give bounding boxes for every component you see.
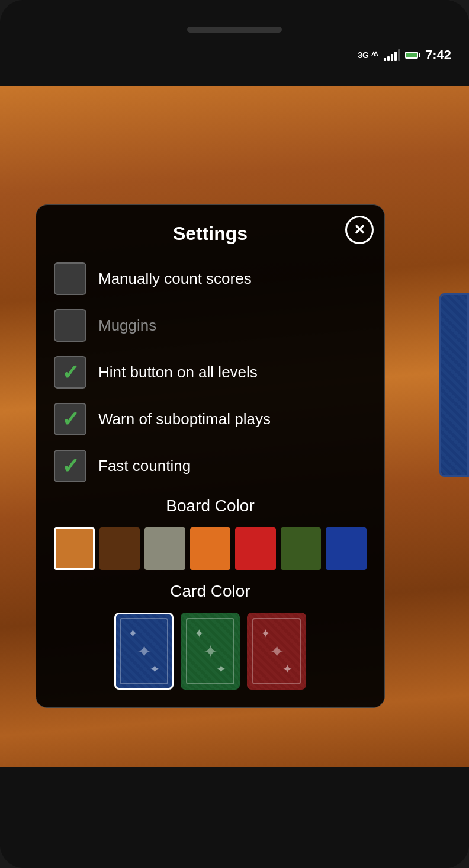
bottom-bar [0, 767, 469, 868]
muggins-label: Muggins [98, 316, 156, 335]
muggins-row: Muggins [54, 309, 367, 342]
board-color-swatches [54, 527, 367, 570]
board-color-red[interactable] [235, 527, 276, 570]
card-color-title: Card Color [54, 582, 367, 601]
fast-counting-label: Fast counting [98, 457, 191, 475]
hint-button-checkbox[interactable] [54, 356, 86, 389]
phone-frame: 3G 7:42 [0, 0, 469, 868]
board-color-green-dark[interactable] [281, 527, 322, 570]
manually-count-row: Manually count scores [54, 262, 367, 295]
card-color-swatches: ✦ ✦ ✦ ✦ ✦ ✦ ✦ ✦ [54, 613, 367, 690]
hint-button-row: Hint button on all levels [54, 356, 367, 389]
fast-counting-row: Fast counting [54, 450, 367, 482]
status-time: 7:42 [425, 47, 451, 63]
network-3g-icon: 3G [358, 50, 379, 60]
fast-counting-checkbox[interactable] [54, 450, 86, 482]
muggins-checkbox[interactable] [54, 309, 86, 342]
close-button[interactable]: ✕ [345, 216, 374, 244]
warn-suboptimal-label: Warn of suboptimal plays [98, 410, 271, 428]
board-color-wood-light[interactable] [54, 527, 95, 570]
settings-title: Settings [54, 223, 367, 245]
signal-strength-icon [384, 49, 400, 61]
card-color-blue[interactable]: ✦ ✦ ✦ [114, 613, 174, 690]
status-bar: 3G 7:42 [358, 47, 451, 63]
board-color-blue[interactable] [326, 527, 367, 570]
speaker-grille [187, 27, 282, 33]
board-color-wood-dark[interactable] [99, 527, 140, 570]
card-color-green[interactable]: ✦ ✦ ✦ [181, 613, 240, 690]
top-bar: 3G 7:42 [0, 0, 469, 86]
main-content: Settings ✕ Manually count scores Muggins… [0, 86, 469, 767]
card-color-red[interactable]: ✦ ✦ ✦ [247, 613, 306, 690]
board-color-title: Board Color [54, 497, 367, 515]
card-side-decoration [439, 293, 469, 477]
warn-suboptimal-row: Warn of suboptimal plays [54, 403, 367, 435]
battery-icon [405, 52, 420, 59]
manually-count-label: Manually count scores [98, 270, 252, 288]
board-color-gray[interactable] [144, 527, 185, 570]
wood-background: Settings ✕ Manually count scores Muggins… [0, 86, 469, 767]
board-color-orange[interactable] [190, 527, 231, 570]
hint-button-label: Hint button on all levels [98, 363, 258, 382]
warn-suboptimal-checkbox[interactable] [54, 403, 86, 435]
manually-count-checkbox[interactable] [54, 262, 86, 295]
settings-dialog: Settings ✕ Manually count scores Muggins… [36, 204, 385, 708]
